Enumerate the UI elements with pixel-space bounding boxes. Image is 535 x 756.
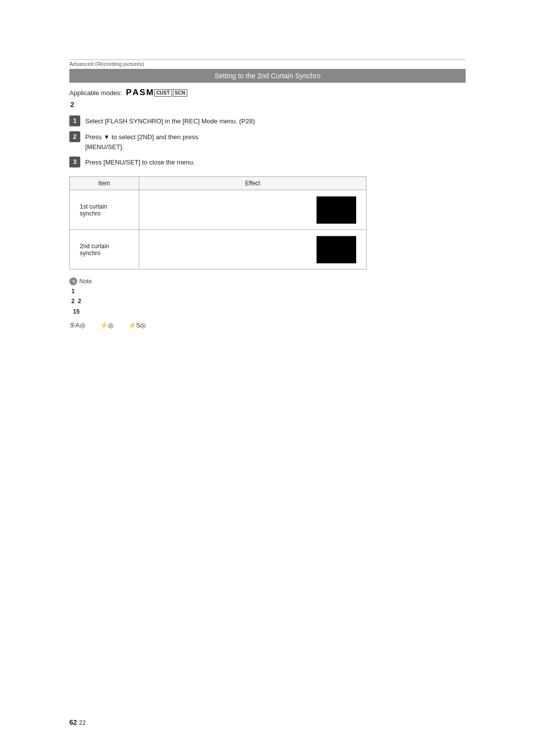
note-line-2: 2 2 bbox=[71, 296, 466, 306]
note-line-1: 1 bbox=[71, 286, 466, 296]
section-title: Setting to the 2nd Curtain Synchro bbox=[69, 69, 466, 83]
flash-sym-2: ⚡◎ bbox=[100, 322, 113, 329]
flash-symbols-row: ⑤A◎ ⚡◎ ⚡S◎ bbox=[69, 322, 466, 329]
synchro-table: Item Effect 1st curtain synchro 2nd curt… bbox=[69, 176, 367, 270]
table-row: 1st curtain synchro bbox=[70, 190, 367, 230]
mode-number: 2 bbox=[70, 101, 466, 108]
note-section: ✎ Note 1 2 2 15 bbox=[69, 277, 466, 317]
step-1-number: 1 bbox=[69, 115, 80, 126]
note-label: Note bbox=[79, 278, 92, 285]
applicable-modes-label: Applicable modes: bbox=[69, 89, 122, 97]
note-line-3: 15 bbox=[71, 307, 466, 317]
note-list: 1 2 2 15 bbox=[71, 286, 466, 317]
table-cell-effect-1 bbox=[139, 190, 366, 230]
step-1-text: Select [FLASH SYNCHRO] in the [REC] Mode… bbox=[85, 115, 255, 126]
mode-a: A bbox=[133, 88, 139, 98]
mode-s: S bbox=[140, 88, 145, 98]
step-3: 3 Press [MENU/SET] to close the menu. bbox=[69, 157, 466, 167]
effect-image-1 bbox=[317, 196, 356, 223]
note-icon: ✎ bbox=[69, 277, 77, 285]
page-number: 62 22 bbox=[69, 718, 86, 726]
step-3-number: 3 bbox=[69, 157, 80, 167]
step-3-text: Press [MENU/SET] to close the menu. bbox=[85, 157, 195, 167]
steps-container: 1 Select [FLASH SYNCHRO] in the [REC] Mo… bbox=[69, 115, 466, 167]
mode-icons: P A S M CUST SCN bbox=[126, 88, 187, 98]
table-header-effect: Effect bbox=[139, 177, 366, 190]
page-container: Advanced (Recording pictures) Setting to… bbox=[0, 0, 535, 756]
breadcrumb: Advanced (Recording pictures) bbox=[69, 61, 466, 67]
mode-scn: SCN bbox=[173, 89, 187, 97]
mode-p: P bbox=[126, 88, 131, 98]
applicable-modes-row: Applicable modes: P A S M CUST SCN bbox=[69, 88, 466, 98]
page-number-small: 22 bbox=[79, 719, 86, 726]
note-header: ✎ Note bbox=[69, 277, 466, 285]
mode-cust: CUST bbox=[154, 89, 171, 97]
table-cell-item-1: 1st curtain synchro bbox=[70, 190, 139, 230]
step-2-text: Press ▼ to select [2ND] and then press[M… bbox=[85, 131, 198, 152]
table-cell-item-2: 2nd curtain synchro bbox=[70, 230, 139, 270]
table-row: 2nd curtain synchro bbox=[70, 230, 367, 270]
flash-sym-3: ⚡S◎ bbox=[128, 322, 146, 329]
page-number-main: 62 bbox=[69, 718, 77, 726]
mode-m: M bbox=[146, 88, 153, 98]
table-cell-effect-2 bbox=[139, 230, 366, 270]
step-2-number: 2 bbox=[69, 131, 80, 142]
table-header-item: Item bbox=[70, 177, 139, 190]
step-2: 2 Press ▼ to select [2ND] and then press… bbox=[69, 131, 466, 152]
section-divider bbox=[69, 59, 466, 60]
effect-image-2 bbox=[317, 236, 356, 263]
flash-sym-1: ⑤A◎ bbox=[69, 322, 85, 329]
step-1: 1 Select [FLASH SYNCHRO] in the [REC] Mo… bbox=[69, 115, 466, 126]
